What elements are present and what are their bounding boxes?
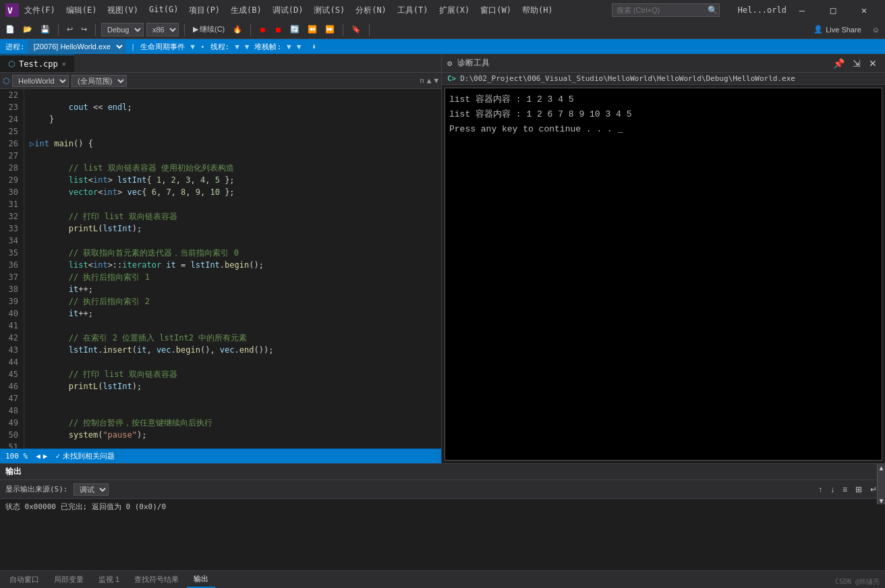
output-content: 状态 0x00000 已完出; 返回值为 0 (0x0)/0 [0,499,885,570]
diagnostics-controls: 📌 ⇲ ✕ [830,57,880,70]
new-file-button[interactable]: 📄 [3,24,18,35]
diag-float-button[interactable]: ⇲ [850,57,863,70]
vs-logo-icon: V [5,3,19,17]
cpp-file-icon: ⬡ [8,59,15,69]
editor-status-bar: 100 % ◀ ▶ ✓ 未找到相关问题 [0,448,441,463]
menu-git[interactable]: Git(G) [144,2,183,19]
output-align-button[interactable]: ≡ [840,483,850,496]
console-path-bar: C> D:\002_Project\006_Visual_Studio\Hell… [442,73,885,85]
console-line-3: Press any key to continue . . . _ [449,122,878,137]
search-input[interactable] [612,3,720,17]
lifecycle-label: 生命周期事件 [140,42,185,52]
editor-panel: ⬡ Test.cpp ✕ ⬡ HelloWorld (全局范围) n ▲ ▼ 2… [0,54,442,463]
menu-debug[interactable]: 调试(D) [267,2,309,19]
progress-sep-1: | [131,42,136,51]
output-header: 输出 [0,464,885,480]
toolbar-separator-4 [250,24,251,36]
output-source-label: 显示输出来源(S): [5,484,68,494]
progress-sep-6: ▼ [287,42,291,51]
diag-pin-button[interactable]: 📌 [830,57,847,70]
bookmark-button[interactable]: 🔖 [349,24,364,35]
output-source-dropdown[interactable]: 调试 [74,483,109,496]
line-numbers: 22 23 24 25 26 27 28 29 30 31 32 33 34 3… [0,89,24,448]
undo-button[interactable]: ↩ [64,24,76,35]
thread-label: 线程: [210,42,230,52]
toolbar-separator-1 [58,24,59,36]
tab-close-button[interactable]: ✕ [62,60,66,67]
debug-tabs: 自动窗口 局部变量 监视 1 查找符号结果 输出 [0,570,885,588]
output-scrollbar[interactable]: ▲ ▼ [877,464,885,504]
main-content: ⬡ Test.cpp ✕ ⬡ HelloWorld (全局范围) n ▲ ▼ 2… [0,54,885,463]
output-title: 输出 [5,466,22,477]
console-line-1: list 容器内容 : 1 2 3 4 5 [449,92,878,107]
live-share-icon: 👤 [813,25,823,34]
menu-test[interactable]: 测试(S) [308,2,350,19]
nav-icon-2: ▲ [427,76,432,85]
tab-auto-window[interactable]: 自动窗口 [3,572,46,587]
save-button[interactable]: 💾 [38,24,53,35]
menu-edit[interactable]: 编辑(E) [61,2,103,19]
class-dropdown[interactable]: HelloWorld [12,75,69,87]
open-file-button[interactable]: 📂 [20,24,35,35]
step-back-button[interactable]: ⏪ [305,24,320,35]
editor-tab-bar: ⬡ Test.cpp ✕ [0,54,441,73]
progress-sep-7: ▼ [297,42,302,51]
scope-dropdown[interactable]: (全局范围) [72,75,127,87]
window-title: Hel...orld [738,5,787,15]
tab-test-cpp[interactable]: ⬡ Test.cpp ✕ [0,55,75,72]
diagnostics-header: ⚙ 诊断工具 📌 ⇲ ✕ [442,54,885,73]
redo-button[interactable]: ↪ [78,24,90,35]
progress-sep-3: • [200,42,205,51]
menu-tools[interactable]: 工具(T) [392,2,434,19]
scroll-down-icon: ▼ [879,497,883,504]
gear-icon: ⚙ [447,59,452,68]
diag-close-button[interactable]: ✕ [866,57,880,70]
record-button[interactable]: ⏺ [256,24,269,35]
maximize-button[interactable]: □ [818,0,849,20]
close-button[interactable]: ✕ [849,0,880,20]
check-icon: ✓ [55,452,60,461]
scroll-right-icon: ▶ [43,452,48,461]
hot-reload-icon[interactable]: 🔥 [230,24,245,35]
menu-build[interactable]: 生成(B) [225,2,267,19]
progress-sep-5: ▼ [245,42,250,51]
zoom-level: 100 % [5,452,28,461]
problem-status: ✓ 未找到相关问题 [55,451,115,461]
menu-extensions[interactable]: 扩展(X) [434,2,476,19]
minimize-button[interactable]: — [787,0,818,20]
title-bar: V 文件(F) 编辑(E) 视图(V) Git(G) 项目(P) 生成(B) 调… [0,0,885,20]
menu-file[interactable]: 文件(F) [19,2,61,19]
menu-window[interactable]: 窗口(W) [475,2,517,19]
diagnostics-title: 诊断工具 [457,57,490,69]
debug-config-dropdown[interactable]: Debug [101,23,144,36]
menu-bar: 文件(F) 编辑(E) 视图(V) Git(G) 项目(P) 生成(B) 调试(… [19,2,612,19]
step-over-button[interactable]: ⏩ [322,24,337,35]
window-controls: — □ ✕ [787,0,880,20]
process-label: 进程: [5,42,25,52]
diagnostics-panel: ⚙ 诊断工具 📌 ⇲ ✕ C> D:\002_Project\006_Visua… [442,54,885,463]
platform-dropdown[interactable]: x86 [146,23,179,36]
output-up-button[interactable]: ↑ [816,483,825,496]
restart-button[interactable]: 🔄 [287,24,302,35]
continue-button[interactable]: ▶ 继续(C) [190,23,227,36]
process-dropdown[interactable]: [20076] HelloWorld.exe [28,40,125,53]
tab-find-symbol[interactable]: 查找符号结果 [127,572,185,587]
output-down-button[interactable]: ↓ [828,483,837,496]
live-share-button[interactable]: 👤 Live Share [809,24,865,35]
menu-analyze[interactable]: 分析(N) [350,2,392,19]
tab-watch-1[interactable]: 监视 1 [92,572,126,587]
svg-text:V: V [7,5,13,16]
feedback-button[interactable]: ☺ [869,24,882,35]
toolbar-separator-5 [343,24,343,36]
tab-locals[interactable]: 局部变量 [47,572,90,587]
menu-help[interactable]: 帮助(H) [517,2,559,19]
output-list-button[interactable]: ⊞ [853,483,865,496]
code-text[interactable]: cout << endl; } ▷int main() { // list 双向… [24,89,441,448]
menu-project[interactable]: 项目(P) [183,2,225,19]
menu-view[interactable]: 视图(V) [102,2,144,19]
toolbar-separator-2 [95,24,96,36]
code-editor[interactable]: 22 23 24 25 26 27 28 29 30 31 32 33 34 3… [0,89,441,448]
stop-button[interactable]: ⏹ [272,24,285,35]
tab-output[interactable]: 输出 [187,571,215,588]
progress-sep-4: ▼ [235,42,239,51]
